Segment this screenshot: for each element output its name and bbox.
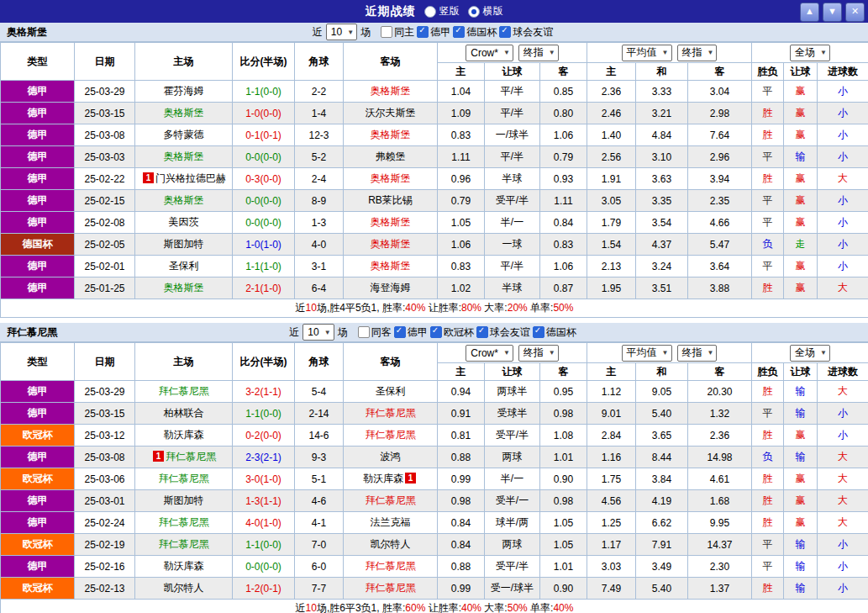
away-team-link[interactable]: 法兰克福: [344, 512, 438, 534]
home-team-link[interactable]: 奥格斯堡: [135, 146, 233, 168]
home-team-link[interactable]: 勒沃库森: [135, 425, 233, 447]
filter-checkbox-同主[interactable]: 同主: [381, 25, 414, 40]
away-team-name[interactable]: 拜仁慕尼黑: [366, 560, 416, 572]
home-team-link[interactable]: 美因茨: [135, 212, 233, 234]
away-team-link[interactable]: 弗赖堡: [344, 146, 438, 168]
match-score-link[interactable]: 0-2(0-0): [233, 425, 295, 447]
odds-time-select[interactable]: 终指▼: [518, 345, 559, 362]
away-team-link[interactable]: 奥格斯堡: [344, 212, 438, 234]
away-team-name[interactable]: 勒沃库森: [363, 473, 403, 484]
match-score-link[interactable]: 0-0(0-0): [233, 556, 295, 578]
away-team-link[interactable]: 奥格斯堡: [344, 81, 438, 103]
home-team-link[interactable]: 1拜仁慕尼黑: [135, 447, 233, 468]
match-count-select[interactable]: 10▼: [326, 24, 357, 40]
away-team-name[interactable]: 凯尔特人: [371, 538, 411, 550]
home-team-link[interactable]: 奥格斯堡: [135, 190, 233, 212]
away-team-link[interactable]: 奥格斯堡: [344, 256, 438, 277]
filter-checkbox-德国杯[interactable]: 德国杯: [533, 325, 576, 340]
radio-icon[interactable]: [424, 6, 436, 18]
odds-time-select[interactable]: 终指▼: [518, 45, 559, 61]
filter-checkbox-德国杯[interactable]: 德国杯: [453, 25, 497, 40]
checkbox-icon[interactable]: [381, 26, 392, 38]
away-team-link[interactable]: 沃尔夫斯堡: [344, 103, 438, 124]
home-team-name[interactable]: 拜仁慕尼黑: [166, 451, 216, 462]
home-team-link[interactable]: 圣保利: [135, 256, 233, 277]
euro-time-select[interactable]: 终指▼: [677, 345, 718, 362]
away-team-name[interactable]: 波鸿: [381, 451, 401, 462]
match-score-link[interactable]: 0-3(0-0): [233, 168, 295, 190]
match-score-link[interactable]: 0-1(0-1): [233, 124, 295, 146]
move-down-button[interactable]: ▼: [823, 3, 842, 22]
away-team-name[interactable]: 海登海姆: [371, 282, 411, 293]
away-team-name[interactable]: 奥格斯堡: [371, 260, 411, 272]
match-score-link[interactable]: 1-1(0-0): [233, 81, 295, 103]
match-score-link[interactable]: 4-0(1-0): [233, 512, 295, 534]
checkbox-icon[interactable]: [430, 326, 442, 338]
match-score-link[interactable]: 1-1(0-0): [233, 534, 295, 556]
odds-company-select[interactable]: Crow*▼: [466, 345, 513, 362]
filter-checkbox-德甲[interactable]: 德甲: [394, 325, 428, 340]
away-team-link[interactable]: 拜仁慕尼黑: [344, 578, 438, 600]
match-score-link[interactable]: 0-0(0-0): [233, 212, 295, 234]
home-team-link[interactable]: 多特蒙德: [135, 124, 233, 146]
match-score-link[interactable]: 2-3(2-1): [233, 447, 295, 468]
home-team-name[interactable]: 多特蒙德: [164, 129, 204, 140]
away-team-name[interactable]: 奥格斯堡: [371, 172, 411, 184]
match-score-link[interactable]: 3-2(1-1): [233, 381, 295, 403]
home-team-name[interactable]: 奥格斯堡: [164, 151, 204, 162]
away-team-name[interactable]: 奥格斯堡: [371, 129, 411, 140]
filter-checkbox-德甲[interactable]: 德甲: [417, 25, 450, 40]
scope-select[interactable]: 全场▼: [790, 345, 830, 362]
scope-select[interactable]: 全场▼: [790, 45, 830, 61]
away-team-link[interactable]: 海登海姆: [344, 277, 438, 299]
home-team-name[interactable]: 拜仁慕尼黑: [159, 516, 209, 528]
away-team-link[interactable]: 奥格斯堡: [344, 124, 438, 146]
home-team-name[interactable]: 勒沃库森: [164, 429, 204, 441]
away-team-name[interactable]: 沃尔夫斯堡: [366, 107, 416, 119]
match-score-link[interactable]: 2-1(1-0): [233, 277, 295, 299]
checkbox-icon[interactable]: [499, 26, 511, 38]
home-team-link[interactable]: 柏林联合: [135, 403, 233, 425]
home-team-name[interactable]: 美因茨: [169, 216, 199, 228]
home-team-link[interactable]: 凯尔特人: [135, 578, 233, 600]
match-score-link[interactable]: 3-0(1-0): [233, 468, 295, 490]
away-team-name[interactable]: 法兰克福: [371, 516, 411, 528]
checkbox-icon[interactable]: [358, 326, 370, 338]
home-team-name[interactable]: 拜仁慕尼黑: [159, 473, 209, 484]
checkbox-icon[interactable]: [394, 326, 406, 338]
match-score-link[interactable]: 1-0(1-0): [233, 234, 295, 256]
home-team-name[interactable]: 奥格斯堡: [164, 107, 204, 119]
match-score-link[interactable]: 1-2(0-1): [233, 578, 295, 600]
away-team-link[interactable]: 拜仁慕尼黑: [344, 425, 438, 447]
layout-radio-horizontal[interactable]: 横版: [468, 4, 503, 18]
away-team-name[interactable]: 拜仁慕尼黑: [366, 494, 416, 506]
home-team-name[interactable]: 勒沃库森: [164, 560, 204, 572]
euro-time-select[interactable]: 终指▼: [677, 45, 718, 61]
radio-icon[interactable]: [468, 6, 480, 18]
home-team-link[interactable]: 拜仁慕尼黑: [135, 468, 233, 490]
home-team-link[interactable]: 奥格斯堡: [135, 103, 233, 124]
home-team-name[interactable]: 门兴格拉德巴赫: [155, 172, 226, 184]
euro-company-select[interactable]: 平均值▼: [622, 45, 672, 61]
checkbox-icon[interactable]: [533, 326, 544, 338]
home-team-name[interactable]: 柏林联合: [164, 407, 204, 419]
home-team-name[interactable]: 奥格斯堡: [164, 282, 204, 293]
layout-radio-vertical[interactable]: 竖版: [424, 4, 460, 18]
filter-checkbox-球会友谊[interactable]: 球会友谊: [499, 25, 553, 40]
away-team-link[interactable]: 拜仁慕尼黑: [344, 490, 438, 512]
away-team-name[interactable]: 奥格斯堡: [371, 238, 411, 250]
away-team-name[interactable]: 拜仁慕尼黑: [366, 582, 416, 594]
away-team-name[interactable]: 弗赖堡: [376, 151, 406, 162]
checkbox-icon[interactable]: [476, 326, 488, 338]
home-team-link[interactable]: 斯图加特: [135, 490, 233, 512]
away-team-link[interactable]: 奥格斯堡: [344, 234, 438, 256]
home-team-link[interactable]: 拜仁慕尼黑: [135, 381, 233, 403]
home-team-name[interactable]: 凯尔特人: [164, 582, 204, 594]
home-team-link[interactable]: 拜仁慕尼黑: [135, 534, 233, 556]
home-team-name[interactable]: 斯图加特: [164, 238, 204, 250]
away-team-name[interactable]: 拜仁慕尼黑: [366, 429, 416, 441]
home-team-name[interactable]: 霍芬海姆: [164, 85, 204, 97]
filter-checkbox-同客[interactable]: 同客: [358, 325, 392, 340]
match-score-link[interactable]: 0-0(0-0): [233, 190, 295, 212]
away-team-link[interactable]: 圣保利: [344, 381, 438, 403]
